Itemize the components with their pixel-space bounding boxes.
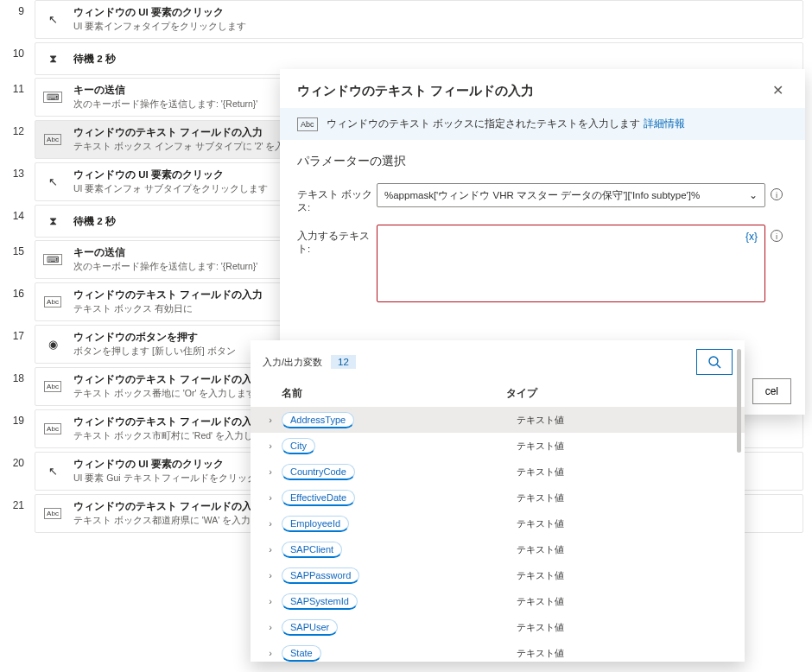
keyboard-icon: ⌨ <box>44 89 61 106</box>
step-subtitle: テキスト ボックス都道府県に 'WA' を入力します <box>73 515 279 527</box>
svg-line-1 <box>717 365 720 368</box>
textbox-selector[interactable]: %appmask['ウィンドウ VHR マスター データの保守']['Info … <box>377 183 765 207</box>
step-subtitle: UI 要素インフォタイプをクリックします <box>73 21 246 33</box>
expand-icon[interactable]: › <box>263 570 278 580</box>
step-number: 14 <box>0 205 35 222</box>
variable-row[interactable]: ›Cityテキスト値 <box>251 433 745 459</box>
step-subtitle: テキスト ボックス番地に 'Or' を入力します <box>73 388 263 400</box>
textbox-param-label: テキスト ボックス: <box>297 183 377 214</box>
expand-icon[interactable]: › <box>263 492 278 503</box>
step-title: 待機 2 秒 <box>73 215 116 228</box>
more-info-link[interactable]: 詳細情報 <box>644 117 685 131</box>
variable-row[interactable]: ›SAPUserテキスト値 <box>251 614 745 640</box>
scrollbar-thumb[interactable] <box>737 349 741 453</box>
abc-icon: Abc <box>44 505 61 523</box>
svg-point-0 <box>709 357 718 365</box>
variable-row[interactable]: ›AddressTypeテキスト値 <box>251 407 745 433</box>
expand-icon[interactable]: › <box>263 648 278 658</box>
expand-icon[interactable]: › <box>263 415 278 425</box>
variable-list: ›AddressTypeテキスト値›Cityテキスト値›CountryCodeテ… <box>251 407 745 666</box>
step-subtitle: 次のキーボード操作を送信します: '{Return}' <box>73 261 257 273</box>
variable-row[interactable]: ›SAPPasswordテキスト値 <box>251 562 745 588</box>
io-variables-label: 入力/出力変数 <box>263 356 322 369</box>
keyboard-icon: ⌨ <box>44 251 61 269</box>
expand-icon[interactable]: › <box>263 466 278 477</box>
abc-icon: Abc <box>44 421 61 438</box>
step-title: ウィンドウの UI 要素のクリック <box>73 168 268 181</box>
info-bar: Abc ウィンドウのテキスト ボックスに指定されたテキストを入力します 詳細情報 <box>280 108 805 140</box>
variable-chip[interactable]: EmployeeId <box>282 516 349 532</box>
expand-icon[interactable]: › <box>263 544 278 555</box>
step-title: キーの送信 <box>73 246 257 259</box>
variable-row[interactable]: ›EmployeeIdテキスト値 <box>251 510 745 536</box>
step-card[interactable]: ↖ウィンドウの UI 要素のクリックUI 要素インフォタイプをクリックします <box>35 0 803 39</box>
variable-chip[interactable]: SAPUser <box>282 619 338 636</box>
hourglass-icon: ⧗ <box>44 212 61 230</box>
expand-icon[interactable]: › <box>263 622 278 632</box>
variable-chip[interactable]: AddressType <box>282 412 354 428</box>
expand-icon[interactable]: › <box>263 441 278 451</box>
variable-count-badge: 12 <box>331 355 356 369</box>
variable-type: テキスト値 <box>517 621 733 634</box>
flow-step[interactable]: 9↖ウィンドウの UI 要素のクリックUI 要素インフォタイプをクリックします <box>0 0 812 40</box>
variable-chip[interactable]: CountryCode <box>282 464 355 480</box>
step-number: 16 <box>0 282 35 300</box>
info-icon[interactable]: i <box>771 230 783 242</box>
step-number: 11 <box>0 78 35 95</box>
info-text: ウィンドウのテキスト ボックスに指定されたテキストを入力します <box>327 117 640 131</box>
step-title: ウィンドウのテキスト フィールドの入力 <box>73 373 263 386</box>
step-title: キーの送信 <box>73 84 257 97</box>
variable-chip[interactable]: SAPPassword <box>282 567 359 584</box>
step-number: 15 <box>0 240 35 257</box>
step-number: 12 <box>0 120 35 137</box>
variable-chip[interactable]: SAPSystemId <box>282 593 358 610</box>
variable-row[interactable]: ›CountryCodeテキスト値 <box>251 459 745 485</box>
variable-type: テキスト値 <box>517 414 733 427</box>
column-header-type: タイプ <box>506 387 733 400</box>
variable-chip[interactable]: EffectiveDate <box>282 490 355 506</box>
cursor-icon: ↖ <box>44 463 61 480</box>
variable-type: テキスト値 <box>517 569 733 582</box>
variable-picker-icon[interactable]: {x} <box>745 231 758 243</box>
expand-icon[interactable]: › <box>263 518 278 529</box>
variable-chip[interactable]: City <box>282 438 315 454</box>
step-subtitle: テキスト ボックス 有効日に <box>73 303 263 315</box>
variable-row[interactable]: ›Stateテキスト値 <box>251 640 745 666</box>
variable-row[interactable]: ›SAPSystemIdテキスト値 <box>251 588 745 614</box>
column-header-name: 名前 <box>282 387 506 400</box>
step-number: 21 <box>0 494 35 511</box>
step-number: 20 <box>0 452 35 469</box>
hourglass-icon: ⧗ <box>44 50 61 67</box>
abc-icon: Abc <box>44 131 61 149</box>
dialog-title: ウィンドウのテキスト フィールドの入力 <box>297 83 534 99</box>
step-number: 13 <box>0 162 35 180</box>
cancel-button[interactable]: cel <box>752 378 791 404</box>
search-icon <box>707 355 721 369</box>
button-icon: ◉ <box>44 336 61 353</box>
expand-icon[interactable]: › <box>263 596 278 606</box>
variable-row[interactable]: ›SAPClientテキスト値 <box>251 536 745 562</box>
chevron-down-icon: ⌄ <box>749 189 758 201</box>
step-title: ウィンドウの UI 要素のクリック <box>73 6 246 19</box>
cursor-icon: ↖ <box>44 174 61 191</box>
variable-type: テキスト値 <box>517 595 733 608</box>
info-icon[interactable]: i <box>771 188 783 200</box>
variable-type: テキスト値 <box>517 491 733 504</box>
step-subtitle: 次のキーボード操作を送信します: '{Return}' <box>73 98 257 111</box>
step-number: 10 <box>0 42 35 60</box>
variable-row[interactable]: ›EffectiveDateテキスト値 <box>251 485 745 510</box>
input-text-field[interactable]: {x} <box>377 225 765 302</box>
abc-icon: Abc <box>297 117 318 131</box>
step-number: 18 <box>0 367 35 384</box>
variable-chip[interactable]: SAPClient <box>282 542 342 558</box>
variable-chip[interactable]: State <box>282 645 321 662</box>
variable-type: テキスト値 <box>517 647 733 660</box>
close-icon[interactable]: ✕ <box>772 84 788 99</box>
search-button[interactable] <box>696 349 733 375</box>
step-number: 17 <box>0 325 35 342</box>
parameters-heading: パラメーターの選択 <box>280 140 805 178</box>
step-subtitle: ボタンを押します [新しい住所] ボタン <box>73 346 236 358</box>
variable-type: テキスト値 <box>517 517 733 530</box>
step-title: 待機 2 秒 <box>73 53 116 66</box>
step-subtitle: UI 要素インフォ サブタイプをクリックします <box>73 183 268 195</box>
